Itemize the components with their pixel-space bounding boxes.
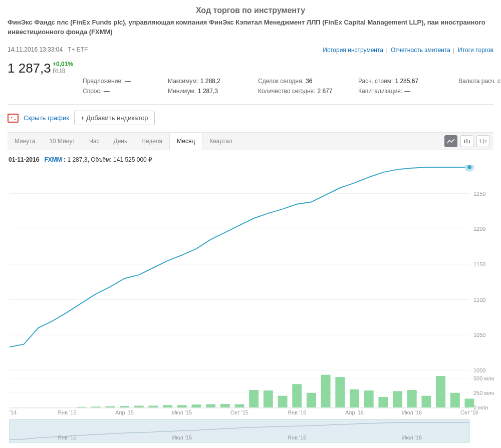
svg-rect-42 xyxy=(350,389,359,407)
link-trade-totals[interactable]: Итоги торгов xyxy=(458,47,493,54)
svg-rect-46 xyxy=(407,390,417,407)
tab-неделя[interactable]: Неделя xyxy=(134,133,169,150)
link-issuer-reports[interactable]: Отчетность эмитента xyxy=(391,47,450,54)
svg-rect-29 xyxy=(163,405,172,408)
svg-rect-24 xyxy=(91,407,101,408)
value-trades: 36 xyxy=(304,78,312,85)
svg-rect-27 xyxy=(134,406,144,408)
chart-type-line-button[interactable] xyxy=(444,135,457,147)
svg-text:250 млн: 250 млн xyxy=(473,390,494,396)
svg-rect-30 xyxy=(177,405,187,408)
svg-rect-39 xyxy=(307,393,316,407)
value-qty: 2 877 xyxy=(315,88,332,95)
svg-rect-36 xyxy=(264,391,273,408)
tab-месяц[interactable]: Месяц xyxy=(169,133,202,150)
tab-час[interactable]: Час xyxy=(82,133,107,150)
svg-rect-61 xyxy=(10,419,469,442)
price-change: +0,01% xyxy=(53,61,73,68)
svg-rect-34 xyxy=(235,404,244,407)
svg-rect-31 xyxy=(191,405,201,408)
svg-text:Июл '16: Июл '16 xyxy=(402,434,422,440)
svg-point-16 xyxy=(467,165,471,169)
value-offer: — xyxy=(123,78,131,85)
svg-text:1000: 1000 xyxy=(473,367,485,373)
label-trades: Сделок сегодня: xyxy=(258,76,304,86)
instrument-name: ФинЭкс Фандс плс (FinEx Funds plc), упра… xyxy=(8,18,493,37)
svg-rect-26 xyxy=(120,406,129,408)
toggle-chart-link[interactable]: Скрыть график xyxy=(24,114,69,122)
label-qty: Количество сегодня: xyxy=(258,86,315,96)
svg-rect-37 xyxy=(278,396,288,407)
svg-text:Июл '16: Июл '16 xyxy=(402,409,422,415)
label-bid: Спрос: xyxy=(83,86,102,96)
svg-rect-2 xyxy=(469,140,470,143)
svg-text:1250: 1250 xyxy=(473,191,485,197)
svg-rect-28 xyxy=(148,406,158,408)
svg-text:1150: 1150 xyxy=(473,261,485,267)
page-title: Ход торгов по инструменту xyxy=(8,6,493,15)
svg-text:Июл '15: Июл '15 xyxy=(172,434,192,440)
value-bid: — xyxy=(102,88,110,95)
svg-rect-25 xyxy=(105,406,115,407)
svg-text:1100: 1100 xyxy=(473,297,485,303)
tab-минута[interactable]: Минута xyxy=(8,133,42,150)
tab-день[interactable]: День xyxy=(107,133,135,150)
svg-text:Янв '16: Янв '16 xyxy=(288,434,306,440)
trade-mode: T+ ETF xyxy=(68,46,88,53)
svg-rect-38 xyxy=(292,384,302,408)
value-high: 1 288,2 xyxy=(198,78,220,85)
timestamp: 14.11.2016 13:33:04 xyxy=(8,46,63,53)
svg-rect-40 xyxy=(321,375,331,407)
svg-rect-0 xyxy=(464,140,465,143)
header-links: История инструмента| Отчетность эмитента… xyxy=(323,46,493,54)
label-high: Максимум: xyxy=(168,76,198,86)
label-cap: Капитализация: xyxy=(358,86,402,96)
svg-rect-1 xyxy=(466,139,467,143)
timeframe-tabs: Минута10 МинутЧасДеньНеделяМесяцКвартал xyxy=(8,133,239,150)
svg-rect-50 xyxy=(465,399,474,408)
svg-rect-23 xyxy=(77,407,86,407)
value-nav: 1 285,67 xyxy=(393,78,418,85)
label-calc-ccy: Валюта расч. стоим: xyxy=(458,76,501,86)
label-offer: Предложение: xyxy=(83,76,123,86)
svg-text:Янв '15: Янв '15 xyxy=(58,409,76,415)
chart-icon xyxy=(8,114,19,123)
chart-type-candles-button[interactable] xyxy=(460,135,473,147)
svg-text:Апр '16: Апр '16 xyxy=(345,409,364,415)
svg-text:Окт '16: Окт '16 xyxy=(460,409,478,415)
svg-rect-41 xyxy=(335,377,345,408)
svg-rect-47 xyxy=(421,396,431,407)
add-indicator-button[interactable]: + Добавить индикатор xyxy=(74,111,155,125)
tab-10-минут[interactable]: 10 Минут xyxy=(42,133,82,150)
svg-rect-49 xyxy=(450,393,460,407)
price-chart[interactable]: 1000105011001150120012500 млн250 млн500 … xyxy=(8,165,494,444)
svg-rect-48 xyxy=(436,376,445,407)
svg-text:Янв '15: Янв '15 xyxy=(58,434,76,440)
value-low: 1 287,3 xyxy=(196,88,218,95)
svg-rect-33 xyxy=(220,404,230,407)
svg-rect-35 xyxy=(249,390,259,407)
svg-text:1050: 1050 xyxy=(473,332,485,338)
svg-rect-44 xyxy=(378,397,388,407)
chart-readout: 01-11-2016 FXMM : 1 287,3, Объём: 141 52… xyxy=(8,150,493,165)
chart-type-ohlc-button[interactable] xyxy=(476,135,489,147)
svg-text:1200: 1200 xyxy=(473,226,485,232)
svg-rect-32 xyxy=(206,404,215,407)
label-nav: Расч. стоим: xyxy=(358,76,393,86)
svg-text:'14: '14 xyxy=(10,409,17,415)
svg-text:Июл '15: Июл '15 xyxy=(172,409,192,415)
svg-text:Янв '16: Янв '16 xyxy=(288,409,306,415)
svg-text:500 млн: 500 млн xyxy=(473,375,494,381)
svg-rect-43 xyxy=(364,391,374,408)
svg-text:Окт '15: Окт '15 xyxy=(230,409,248,415)
label-low: Минимум: xyxy=(168,86,196,96)
value-cap: — xyxy=(402,88,410,95)
tab-квартал[interactable]: Квартал xyxy=(202,133,239,150)
link-history[interactable]: История инструмента xyxy=(323,47,383,54)
svg-rect-45 xyxy=(393,391,402,408)
svg-text:Апр '15: Апр '15 xyxy=(115,409,134,415)
price-currency: RUB xyxy=(53,68,168,75)
